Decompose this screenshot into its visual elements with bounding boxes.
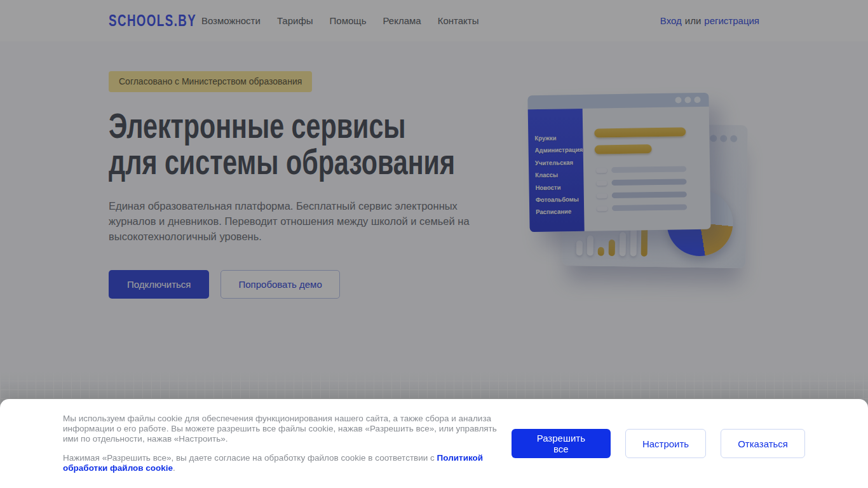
cookie-text-block: Мы используем файлы cookie для обеспечен… <box>63 414 512 473</box>
decline-cookies-button[interactable]: Отказаться <box>721 429 805 458</box>
allow-all-cookies-button[interactable]: Разрешить все <box>512 429 611 458</box>
cookie-paragraph-2-suffix: . <box>173 463 175 473</box>
cookie-paragraph-2: Нажимая «Разрешить все», вы даете соглас… <box>63 453 512 473</box>
cookie-banner: Мы используем файлы cookie для обеспечен… <box>0 399 868 488</box>
configure-cookies-button[interactable]: Настроить <box>625 429 706 458</box>
cookie-paragraph-2-prefix: Нажимая «Разрешить все», вы даете соглас… <box>63 453 437 463</box>
cookie-paragraph-1: Мы используем файлы cookie для обеспечен… <box>63 414 512 444</box>
cookie-buttons: Разрешить все Настроить Отказаться <box>512 429 805 458</box>
